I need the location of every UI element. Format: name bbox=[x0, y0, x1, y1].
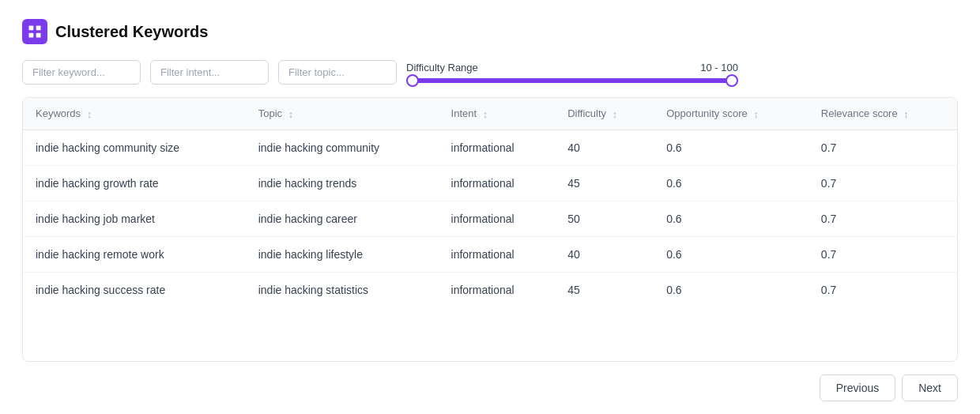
cell-topic-1: indie hacking trends bbox=[246, 166, 439, 201]
cell-opportunity_score-1: 0.6 bbox=[654, 166, 808, 201]
table-row: indie hacking success rateindie hacking … bbox=[23, 273, 957, 308]
cell-topic-3: indie hacking lifestyle bbox=[246, 237, 439, 273]
cell-relevance_score-0: 0.7 bbox=[808, 130, 957, 166]
difficulty-range-value: 10 - 100 bbox=[700, 62, 738, 73]
col-header-topic[interactable]: Topic ↕ bbox=[246, 98, 439, 130]
col-label-keywords: Keywords bbox=[36, 107, 81, 119]
table-row: indie hacking growth rateindie hacking t… bbox=[23, 166, 957, 201]
svg-rect-3 bbox=[36, 33, 41, 38]
cell-relevance_score-2: 0.7 bbox=[808, 201, 957, 237]
cell-opportunity_score-3: 0.6 bbox=[654, 237, 808, 273]
cell-intent-0: informational bbox=[439, 130, 556, 166]
cell-keywords-2: indie hacking job market bbox=[23, 201, 246, 237]
cell-intent-1: informational bbox=[439, 166, 556, 201]
cell-keywords-3: indie hacking remote work bbox=[23, 237, 246, 273]
cell-intent-4: informational bbox=[439, 273, 556, 308]
slider-thumb-left[interactable] bbox=[406, 74, 419, 87]
svg-rect-2 bbox=[29, 33, 34, 38]
cell-difficulty-2: 50 bbox=[555, 201, 654, 237]
app-logo-icon bbox=[22, 19, 47, 44]
cell-opportunity_score-2: 0.6 bbox=[654, 201, 808, 237]
cell-intent-2: informational bbox=[439, 201, 556, 237]
previous-button[interactable]: Previous bbox=[820, 374, 895, 401]
cell-topic-0: indie hacking community bbox=[246, 130, 439, 166]
cell-keywords-1: indie hacking growth rate bbox=[23, 166, 246, 201]
keyword-filter-input[interactable] bbox=[22, 60, 141, 85]
svg-rect-1 bbox=[36, 26, 41, 31]
table-container: Keywords ↕ Topic ↕ Intent ↕ Difficulty ↕ bbox=[22, 97, 958, 362]
table-header-row: Keywords ↕ Topic ↕ Intent ↕ Difficulty ↕ bbox=[23, 98, 957, 130]
sort-icon-relevance-score: ↕ bbox=[903, 108, 909, 120]
table-row: indie hacking community sizeindie hackin… bbox=[23, 130, 957, 166]
col-header-keywords[interactable]: Keywords ↕ bbox=[23, 98, 246, 130]
sort-icon-keywords: ↕ bbox=[87, 108, 92, 120]
next-button[interactable]: Next bbox=[902, 374, 958, 401]
col-label-topic: Topic bbox=[258, 107, 282, 119]
col-header-relevance-score[interactable]: Relevance score ↕ bbox=[808, 98, 957, 130]
header: Clustered Keywords bbox=[22, 19, 958, 44]
sort-icon-opportunity-score: ↕ bbox=[753, 108, 759, 120]
col-header-opportunity-score[interactable]: Opportunity score ↕ bbox=[654, 98, 808, 130]
cell-difficulty-3: 40 bbox=[555, 237, 654, 273]
cell-keywords-4: indie hacking success rate bbox=[23, 273, 246, 308]
col-label-opportunity-score: Opportunity score bbox=[666, 107, 748, 119]
slider-thumb-right[interactable] bbox=[726, 74, 738, 87]
intent-filter-input[interactable] bbox=[150, 60, 269, 85]
difficulty-range-header: Difficulty Range 10 - 100 bbox=[406, 62, 738, 73]
sort-icon-topic: ↕ bbox=[288, 108, 294, 120]
cell-relevance_score-4: 0.7 bbox=[808, 273, 957, 308]
sort-icon-difficulty: ↕ bbox=[612, 108, 618, 120]
sort-icon-intent: ↕ bbox=[483, 108, 488, 120]
cell-keywords-0: indie hacking community size bbox=[23, 130, 246, 166]
table-row: indie hacking job marketindie hacking ca… bbox=[23, 201, 957, 237]
cell-difficulty-0: 40 bbox=[555, 130, 654, 166]
col-header-difficulty[interactable]: Difficulty ↕ bbox=[555, 98, 654, 130]
cell-intent-3: informational bbox=[439, 237, 556, 273]
cell-difficulty-1: 45 bbox=[555, 166, 654, 201]
col-header-intent[interactable]: Intent ↕ bbox=[439, 98, 556, 130]
table-body: indie hacking community sizeindie hackin… bbox=[23, 130, 957, 308]
pagination-footer: Previous Next bbox=[22, 374, 958, 401]
cell-topic-4: indie hacking statistics bbox=[246, 273, 439, 308]
cell-relevance_score-1: 0.7 bbox=[808, 166, 957, 201]
cell-topic-2: indie hacking career bbox=[246, 201, 439, 237]
col-label-relevance-score: Relevance score bbox=[821, 107, 898, 119]
cell-relevance_score-3: 0.7 bbox=[808, 237, 957, 273]
page-title: Clustered Keywords bbox=[55, 23, 208, 41]
table-row: indie hacking remote workindie hacking l… bbox=[23, 237, 957, 273]
cell-opportunity_score-4: 0.6 bbox=[654, 273, 808, 308]
page-container: Clustered Keywords Difficulty Range 10 -… bbox=[0, 0, 980, 414]
cell-difficulty-4: 45 bbox=[555, 273, 654, 308]
cell-opportunity_score-0: 0.6 bbox=[654, 130, 808, 166]
topic-filter-input[interactable] bbox=[278, 60, 397, 85]
col-label-intent: Intent bbox=[451, 107, 477, 119]
difficulty-slider-track[interactable] bbox=[406, 78, 738, 83]
keywords-table: Keywords ↕ Topic ↕ Intent ↕ Difficulty ↕ bbox=[23, 98, 957, 307]
slider-fill bbox=[413, 78, 731, 83]
difficulty-range-container: Difficulty Range 10 - 100 bbox=[406, 62, 738, 83]
svg-rect-0 bbox=[29, 26, 34, 31]
col-label-difficulty: Difficulty bbox=[567, 107, 606, 119]
filters-row: Difficulty Range 10 - 100 bbox=[22, 60, 958, 85]
difficulty-range-label: Difficulty Range bbox=[406, 62, 478, 73]
